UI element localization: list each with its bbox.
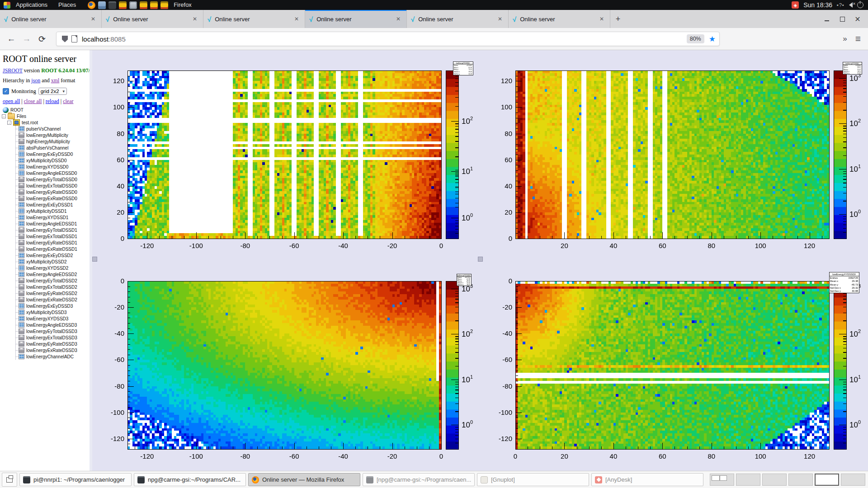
jsroot-link[interactable]: JSROOT <box>3 67 23 74</box>
overflow-chevrons[interactable]: » <box>843 34 847 43</box>
tree-item[interactable]: pulserVsChannel <box>16 126 90 132</box>
places-menu[interactable]: Places <box>53 0 81 10</box>
terminal-launcher-icon[interactable] <box>108 1 116 9</box>
taskbar-window-button[interactable]: [npg@carme-gsi:~/Programs/caen... <box>363 473 475 486</box>
tree-item[interactable]: lowEnergyAngleEDSSD1 <box>16 221 90 227</box>
tab-close-icon[interactable]: ✕ <box>292 15 301 23</box>
clear-link[interactable]: clear <box>63 98 73 104</box>
workspace-1[interactable] <box>710 474 734 486</box>
taskbar-window-button[interactable]: npg@carme-gsi:~/Programs/CAR... <box>134 473 246 486</box>
tree-item[interactable]: lowEnergyExRateDSSD0 <box>16 195 90 202</box>
tree-item[interactable]: xyMultiplicityDSSD1 <box>16 208 90 214</box>
show-windows-button[interactable] <box>2 473 17 487</box>
histogram-pad-top-right[interactable] <box>480 50 868 260</box>
collapse-box-icon[interactable]: - <box>2 114 6 118</box>
midas-launcher-icon[interactable] <box>160 1 168 9</box>
layout-select[interactable]: grid 2x2▾ <box>38 88 67 95</box>
minimize-button[interactable] <box>820 13 834 25</box>
tree-item[interactable]: absPulserVsChannel <box>16 145 90 151</box>
bookmark-star-icon[interactable]: ★ <box>709 34 716 44</box>
close-all-link[interactable]: close all <box>24 98 42 104</box>
tree-item[interactable]: lowEnergyExRateDSSD1 <box>16 246 90 252</box>
tree-item[interactable]: lowEnergyExEyDSSD0 <box>16 151 90 157</box>
browser-tab[interactable]: √ Online server ✕ <box>0 10 102 28</box>
browser-tab[interactable]: √ Online server ✕ <box>203 10 305 28</box>
browser-tab[interactable]: √ Online server ✕ <box>102 10 203 28</box>
active-app-label[interactable]: Firefox <box>168 0 197 10</box>
reload-link[interactable]: reload <box>46 98 59 104</box>
xml-link[interactable]: xml <box>51 77 60 84</box>
tree-item[interactable]: lowEnergyXYDSSD2 <box>16 265 90 271</box>
histogram-pad-top-left[interactable] <box>92 50 480 260</box>
tree-item[interactable]: lowEnergyExEyDSSD2 <box>16 252 90 258</box>
anydesk-tray-icon[interactable]: ◈ <box>792 1 799 9</box>
midas-launcher-icon[interactable] <box>150 1 158 9</box>
tree-item[interactable]: lowEnergyAngleEDSSD2 <box>16 271 90 277</box>
tab-close-icon[interactable]: ✕ <box>598 15 606 23</box>
tree-item[interactable]: lowEnergyEyRateDSSD1 <box>16 239 90 246</box>
json-link[interactable]: json <box>31 77 40 84</box>
midas-launcher-icon[interactable] <box>119 1 127 9</box>
taskbar-window-button[interactable]: [AnyDesk] <box>591 473 703 486</box>
browser-tab[interactable]: √ Online server ✕ <box>407 10 509 28</box>
browser-tab[interactable]: √ Online server ✕ <box>509 10 610 28</box>
hamburger-menu-icon[interactable]: ≡ <box>855 33 861 44</box>
grid-resize-handle[interactable] <box>478 257 483 262</box>
grid-resize-handle[interactable] <box>92 257 97 262</box>
browser-tab[interactable]: √ Online server ✕ <box>305 10 407 28</box>
tree-item[interactable]: lowEnergyEyTotalDSSD1 <box>16 227 90 233</box>
histogram-pad-bottom-left[interactable] <box>92 260 480 471</box>
tree-item[interactable]: lowEnergyXYDSSD1 <box>16 214 90 221</box>
monitoring-checkbox[interactable]: ✓ <box>3 88 9 94</box>
collapse-box-icon[interactable]: - <box>7 121 11 125</box>
histogram-pad-bottom-right[interactable] <box>480 260 868 471</box>
tree-item[interactable]: xyMultiplicityDSSD2 <box>16 258 90 265</box>
tree-item[interactable]: xyMultiplicityDSSD3 <box>16 309 90 315</box>
forward-button[interactable]: → <box>19 32 34 46</box>
tree-root[interactable]: ROOT <box>0 107 90 113</box>
applications-menu[interactable]: Applications <box>10 0 53 10</box>
tree-test-root[interactable]: - test.root <box>0 119 90 126</box>
tree-item[interactable]: xyMultiplicityDSSD0 <box>16 157 90 164</box>
network-status-icon[interactable]: ▪?▪ <box>837 2 844 8</box>
workspace-3[interactable] <box>762 474 787 486</box>
workspace-4[interactable] <box>788 474 813 486</box>
zoom-indicator[interactable]: 80% <box>687 34 704 43</box>
tree-files[interactable]: - Files <box>0 113 90 119</box>
firefox-launcher-icon[interactable] <box>88 1 95 9</box>
url-bar[interactable]: localhost :8085 80% ★ <box>56 32 720 46</box>
taskbar-window-button[interactable]: pi@nnrpi1: ~/Programs/caenlogger <box>19 473 132 486</box>
tree-item[interactable]: highEnergyMultiplicity <box>16 138 90 145</box>
workspace-2[interactable] <box>736 474 760 486</box>
midas-launcher-icon[interactable] <box>140 1 147 9</box>
tab-close-icon[interactable]: ✕ <box>394 15 402 23</box>
workspace-6[interactable] <box>841 474 865 486</box>
tree-item[interactable]: lowEnergyAngleEDSSD0 <box>16 170 90 176</box>
workspace-5[interactable] <box>815 474 839 486</box>
tree-item[interactable]: lowEnergyEyTotalDSSD2 <box>16 277 90 284</box>
back-button[interactable]: ← <box>4 32 19 46</box>
volume-muted-icon[interactable] <box>849 2 853 8</box>
reload-button[interactable]: ⟳ <box>34 32 50 46</box>
tree-item[interactable]: lowEnergyEyRateDSSD2 <box>16 290 90 296</box>
tab-close-icon[interactable]: ✕ <box>496 15 504 23</box>
tree-item[interactable]: lowEnergyExTotalDSSD1 <box>16 233 90 239</box>
page-info-icon[interactable] <box>71 35 77 42</box>
taskbar-window-button[interactable]: [Gnuplot] <box>477 473 589 486</box>
new-tab-button[interactable]: + <box>610 10 626 28</box>
tree-item[interactable]: lowEnergyXYDSSD3 <box>16 315 90 322</box>
files-launcher-icon[interactable] <box>98 1 106 9</box>
tab-close-icon[interactable]: ✕ <box>89 15 97 23</box>
tree-item[interactable]: lowEnergyEyTotalDSSD0 <box>16 176 90 183</box>
tree-item[interactable]: lowEnergyExRateDSSD3 <box>16 347 90 353</box>
close-window-button[interactable]: ✕ <box>851 13 864 25</box>
tree-item[interactable]: lowEnergyExEyDSSD3 <box>16 303 90 309</box>
taskbar-window-button[interactable]: Online server — Mozilla Firefox <box>248 473 360 486</box>
tracking-shield-icon[interactable] <box>62 36 68 42</box>
tree-item[interactable]: lowEnergyEyRateDSSD3 <box>16 341 90 347</box>
tree-item[interactable]: lowEnergyChannelADC <box>16 353 90 360</box>
tree-item[interactable]: lowEnergyAngleEDSSD3 <box>16 322 90 328</box>
distro-menu-icon[interactable] <box>4 2 10 9</box>
tree-item[interactable]: lowEnergyEyTotalDSSD3 <box>16 328 90 334</box>
tree-item[interactable]: lowEnergyExRateDSSD2 <box>16 296 90 303</box>
